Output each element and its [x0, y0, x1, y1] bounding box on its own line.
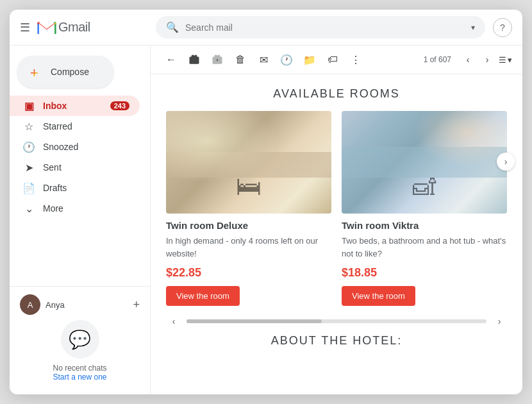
compose-label: Compose — [51, 67, 89, 77]
send-icon: ➤ — [22, 162, 35, 174]
room-price-2: $18.85 — [342, 266, 507, 280]
sidebar-item-drafts[interactable]: 📄 Drafts — [10, 178, 140, 198]
hamburger-icon[interactable]: ☰ — [20, 21, 30, 35]
clock-icon: 🕐 — [22, 141, 35, 153]
sent-label: Sent — [43, 162, 129, 173]
rooms-grid: Twin room Deluxe In high demand - only 4… — [166, 111, 507, 306]
svg-rect-0 — [37, 22, 39, 33]
nav-arrows: ‹ › — [459, 51, 496, 69]
gmail-logo: Gmail — [37, 19, 90, 36]
rooms-scrollbar: ‹ › — [166, 314, 507, 329]
room-desc-1: In high demand - only 4 rooms left on ou… — [166, 235, 331, 260]
gmail-text-label: Gmail — [58, 20, 90, 35]
sidebar: Compose ▣ Inbox 243 ☆ Starred 🕐 Snoozed — [10, 46, 151, 394]
email-view: ← 🗑 ✉ 🕐 📁 🏷 ⋮ 1 of 607 ‹ › — [151, 46, 522, 394]
mark-unread-button[interactable]: ✉ — [253, 49, 274, 70]
report-button[interactable] — [207, 49, 228, 70]
compose-button[interactable]: Compose — [17, 56, 113, 88]
view-room-button-2[interactable]: View the room — [342, 286, 415, 306]
next-email-button[interactable]: › — [478, 51, 496, 69]
email-toolbar: ← 🗑 ✉ 🕐 📁 🏷 ⋮ 1 of 607 ‹ › — [151, 46, 522, 74]
sidebar-item-snoozed[interactable]: 🕐 Snoozed — [10, 137, 140, 157]
search-input[interactable] — [185, 22, 465, 33]
chevron-down-icon: ⌄ — [22, 203, 35, 215]
draft-icon: 📄 — [22, 182, 35, 194]
view-room-button-1[interactable]: View the room — [166, 286, 240, 306]
add-chat-button[interactable]: + — [133, 298, 140, 312]
snoozed-label: Snoozed — [43, 142, 129, 152]
no-chats-label: No recent chats — [20, 364, 140, 373]
view-icon: ☰ — [499, 55, 506, 65]
room-name-1: Twin room Deluxe — [166, 220, 331, 231]
scroll-right-button[interactable]: › — [492, 314, 507, 329]
chat-user-row: A Anya + — [20, 294, 140, 315]
star-icon: ☆ — [22, 121, 35, 133]
about-hotel-title: ABOUT THE HOTEL: — [166, 334, 507, 348]
gmail-m-icon — [37, 19, 57, 36]
chat-placeholder-icon: 💬 — [61, 320, 99, 358]
chat-avatar: A — [20, 294, 40, 315]
room-card-1: Twin room Deluxe In high demand - only 4… — [166, 111, 331, 306]
room-name-2: Twin room Viktra — [342, 220, 507, 231]
more-actions-button[interactable]: ⋮ — [345, 49, 366, 70]
sidebar-nav: ▣ Inbox 243 ☆ Starred 🕐 Snoozed ➤ Sent — [10, 96, 150, 286]
email-content: AVAILABLE ROOMS Twin room Deluxe In high… — [151, 74, 522, 394]
archive-button[interactable] — [184, 49, 204, 70]
scroll-left-button[interactable]: ‹ — [166, 314, 181, 329]
main-area: Compose ▣ Inbox 243 ☆ Starred 🕐 Snoozed — [10, 46, 522, 394]
inbox-label: Inbox — [43, 101, 103, 111]
chat-username: Anya — [46, 300, 65, 310]
topbar-right: ? — [493, 18, 512, 37]
sidebar-item-inbox[interactable]: ▣ Inbox 243 — [10, 96, 140, 116]
move-button[interactable]: 📁 — [299, 49, 320, 70]
chat-initials: A — [28, 300, 33, 310]
room-desc-2: Two beds, a bathroom and a hot tub - wha… — [342, 235, 507, 260]
scroll-track[interactable] — [187, 319, 486, 323]
labels-button[interactable]: 🏷 — [322, 49, 343, 70]
available-rooms-title: AVAILABLE ROOMS — [166, 87, 507, 101]
rooms-next-button[interactable]: › — [497, 153, 515, 171]
email-count: 1 of 607 — [424, 55, 451, 64]
compose-plus-icon — [30, 65, 44, 79]
sidebar-item-more[interactable]: ⌄ More — [10, 198, 140, 219]
help-button[interactable]: ? — [493, 18, 512, 37]
search-icon: 🔍 — [166, 21, 179, 33]
back-button[interactable]: ← — [161, 49, 181, 70]
starred-label: Starred — [43, 121, 129, 131]
topbar: ☰ Gmail 🔍 ▾ ? — [10, 10, 522, 46]
search-dropdown-icon[interactable]: ▾ — [471, 23, 475, 32]
inbox-icon: ▣ — [22, 100, 35, 112]
more-label: More — [43, 203, 129, 214]
inbox-badge: 243 — [110, 101, 129, 110]
room-image-2 — [342, 111, 507, 214]
room-image-1 — [166, 111, 331, 214]
search-bar[interactable]: 🔍 ▾ — [156, 16, 485, 38]
room-price-1: $22.85 — [166, 266, 331, 280]
scroll-thumb — [187, 319, 322, 323]
prev-email-button[interactable]: ‹ — [459, 51, 477, 69]
sidebar-item-starred[interactable]: ☆ Starred — [10, 116, 140, 137]
start-chat-link[interactable]: Start a new one — [20, 373, 140, 382]
snooze-button[interactable]: 🕐 — [276, 49, 297, 70]
sidebar-item-sent[interactable]: ➤ Sent — [10, 157, 140, 178]
view-chevron-icon: ▾ — [508, 55, 512, 65]
room-card-2: Twin room Viktra Two beds, a bathroom an… — [342, 111, 507, 306]
svg-rect-1 — [54, 22, 56, 33]
delete-button[interactable]: 🗑 — [230, 49, 251, 70]
gmail-window: ☰ Gmail 🔍 ▾ ? — [10, 10, 522, 394]
topbar-left: ☰ Gmail — [20, 19, 148, 36]
view-toggle[interactable]: ☰ ▾ — [499, 55, 512, 65]
sidebar-chat-section: A Anya + 💬 No recent chats Start a new o… — [10, 286, 150, 389]
drafts-label: Drafts — [43, 183, 129, 193]
